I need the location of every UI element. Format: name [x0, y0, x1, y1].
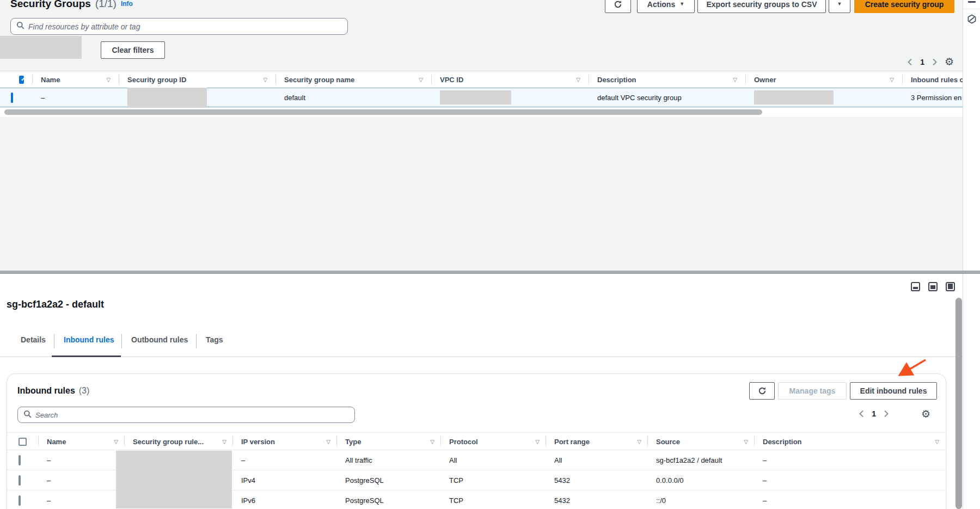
- cell-name: –: [33, 94, 119, 102]
- detail-tabs: Details Inbound rules Outbound rules Tag…: [0, 332, 963, 357]
- inbound-rules-card: Inbound rules (3) Manage tags Edit inbou…: [7, 373, 946, 509]
- actions-button[interactable]: Actions ▼: [637, 0, 695, 13]
- select-all-checkbox[interactable]: [19, 438, 27, 446]
- cell-protocol: All: [441, 456, 546, 464]
- column-header-vpc-id[interactable]: VPC ID▽: [432, 71, 589, 88]
- export-csv-button-label: Export security groups to CSV: [706, 0, 817, 9]
- previous-page-icon[interactable]: [908, 58, 912, 66]
- filter-column-icon[interactable]: ▽: [733, 77, 737, 83]
- redacted-owner: [754, 90, 834, 105]
- filter-column-icon[interactable]: ▽: [326, 439, 330, 445]
- filter-column-icon[interactable]: ▽: [744, 439, 748, 445]
- filter-column-icon[interactable]: ▽: [222, 439, 226, 445]
- cell-port-range: 5432: [546, 496, 648, 505]
- column-header-sg-name[interactable]: Security group name▽: [276, 71, 432, 88]
- cell-ip-version: –: [233, 456, 337, 464]
- filter-column-icon[interactable]: ▽: [935, 439, 939, 445]
- column-header-sg-id[interactable]: Security group ID▽: [119, 71, 276, 88]
- row-checkbox[interactable]: [19, 495, 21, 506]
- previous-page-icon[interactable]: [859, 410, 864, 418]
- tab-details[interactable]: Details: [21, 335, 46, 344]
- cell-protocol: TCP: [441, 496, 546, 505]
- column-header-source[interactable]: Source▽: [648, 433, 755, 451]
- cell-description: –: [755, 456, 946, 464]
- cell-description: default VPC security group: [589, 94, 746, 102]
- filter-column-icon[interactable]: ▽: [430, 439, 434, 445]
- cell-ip-version: IPv6: [233, 496, 337, 505]
- horizontal-scrollbar-thumb[interactable]: [4, 109, 762, 115]
- column-header-protocol[interactable]: Protocol▽: [441, 433, 546, 451]
- filter-column-icon[interactable]: ▽: [535, 439, 540, 445]
- select-all-cell: [0, 71, 33, 88]
- table-preferences-gear-icon[interactable]: ⚙: [921, 409, 930, 419]
- next-page-icon[interactable]: [932, 58, 937, 66]
- active-tab-underline: [52, 355, 121, 357]
- ec2-security-groups-screen: Security Groups (1/1) Info Actions ▼ Exp…: [0, 0, 980, 509]
- column-header-description[interactable]: Description▽: [755, 433, 946, 451]
- column-header-ip-version[interactable]: IP version▽: [233, 433, 337, 451]
- filter-column-icon[interactable]: ▽: [106, 77, 111, 83]
- vertical-scrollbar-thumb[interactable]: [955, 298, 962, 509]
- chevron-down-icon: ▼: [679, 2, 684, 7]
- rules-refresh-button[interactable]: [749, 382, 775, 400]
- filter-column-icon[interactable]: ▽: [576, 77, 580, 83]
- cell-description: –: [755, 476, 946, 485]
- refresh-icon: [614, 0, 622, 9]
- export-csv-button[interactable]: Export security groups to CSV: [697, 0, 826, 13]
- annotation-arrow-icon: [871, 353, 942, 385]
- filter-column-icon[interactable]: ▽: [637, 439, 641, 445]
- row-checkbox[interactable]: [19, 475, 21, 486]
- create-security-group-button[interactable]: Create security group: [854, 0, 954, 13]
- export-csv-dropdown-button[interactable]: ▼: [829, 0, 850, 13]
- filter-column-icon[interactable]: ▽: [890, 77, 894, 83]
- manage-tags-button[interactable]: Manage tags: [778, 382, 847, 400]
- tab-tags[interactable]: Tags: [206, 335, 223, 344]
- tab-outbound-rules[interactable]: Outbound rules: [131, 335, 188, 344]
- resources-search-box: [10, 18, 348, 35]
- groups-table-header: Name▽ Security group ID▽ Security group …: [0, 71, 963, 88]
- current-page-number[interactable]: 1: [872, 409, 876, 418]
- security-groups-table: Name▽ Security group ID▽ Security group …: [0, 71, 963, 117]
- row-checkbox[interactable]: [11, 93, 13, 103]
- redacted-security-group-id: [127, 88, 207, 108]
- split-panel-size-controls: [911, 282, 955, 291]
- column-header-name[interactable]: Name▽: [33, 71, 119, 88]
- clear-filters-button[interactable]: Clear filters: [101, 41, 165, 59]
- column-header-owner[interactable]: Owner▽: [746, 71, 903, 88]
- cell-type: PostgreSQL: [337, 496, 441, 505]
- split-panel-divider[interactable]: [0, 271, 980, 274]
- rules-search-input[interactable]: [35, 411, 349, 419]
- page-title: Security Groups: [10, 0, 91, 10]
- panel-size-large-icon[interactable]: [946, 282, 955, 291]
- row-checkbox[interactable]: [19, 455, 21, 465]
- current-page-number[interactable]: 1: [920, 58, 924, 66]
- cell-name: –: [39, 476, 125, 485]
- filter-column-icon[interactable]: ▽: [419, 77, 423, 83]
- column-header-inbound-rules-count[interactable]: Inbound rules c: [903, 71, 963, 88]
- filter-column-icon[interactable]: ▽: [263, 77, 267, 83]
- collapsed-panel-icon[interactable]: [968, 1, 976, 3]
- chevron-down-icon: ▼: [837, 2, 842, 7]
- column-header-name[interactable]: Name▽: [39, 433, 125, 451]
- panel-size-small-icon[interactable]: [911, 282, 920, 291]
- column-header-type[interactable]: Type▽: [337, 433, 441, 451]
- column-header-port-range[interactable]: Port range▽: [546, 433, 648, 451]
- panel-size-medium-icon[interactable]: [928, 282, 938, 291]
- filter-column-icon[interactable]: ▽: [114, 439, 118, 445]
- cell-inbound-rules-count: 3 Permission en: [903, 94, 963, 102]
- select-all-checkbox[interactable]: [19, 76, 24, 84]
- column-header-rule-id[interactable]: Security group rule...▽: [125, 433, 233, 451]
- cell-protocol: TCP: [441, 476, 546, 485]
- table-preferences-gear-icon[interactable]: ⚙: [945, 57, 954, 67]
- tab-inbound-rules[interactable]: Inbound rules: [64, 335, 114, 344]
- cell-port-range: 5432: [546, 476, 648, 485]
- hexagon-tool-icon[interactable]: [967, 14, 977, 26]
- info-link[interactable]: Info: [121, 0, 133, 8]
- cell-name: –: [39, 496, 125, 505]
- selected-group-heading: sg-bcf1a2a2 - default: [7, 299, 104, 310]
- refresh-button[interactable]: [605, 0, 631, 13]
- resources-search-input[interactable]: [28, 22, 342, 31]
- column-header-description[interactable]: Description▽: [589, 71, 746, 88]
- cell-type: PostgreSQL: [337, 476, 441, 485]
- next-page-icon[interactable]: [884, 410, 889, 418]
